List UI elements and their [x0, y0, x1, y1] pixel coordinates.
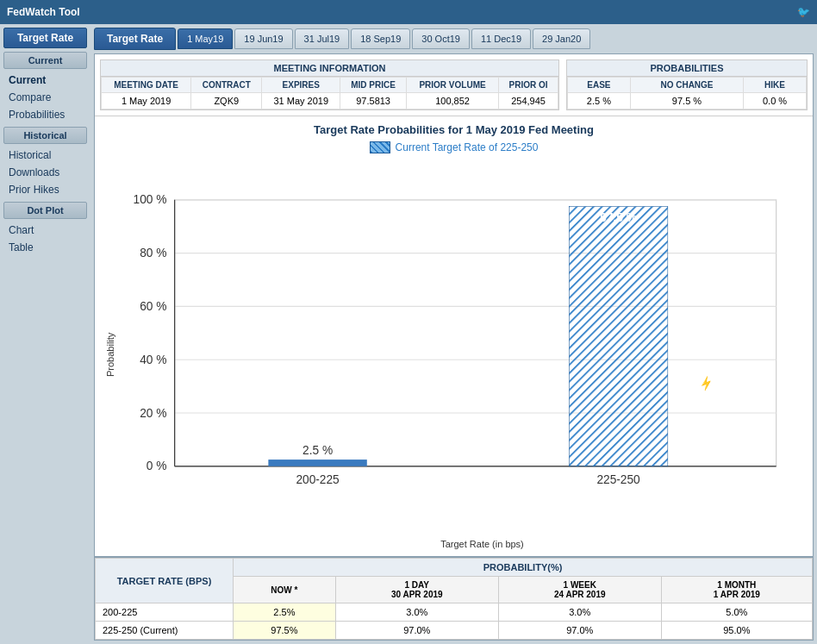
chart-wrapper: Probability — [102, 160, 806, 549]
cell-1week-225-250: 97.0% — [498, 622, 661, 640]
tab-18sep19[interactable]: 18 Sep19 — [351, 28, 410, 49]
svg-text:200-225: 200-225 — [296, 473, 340, 486]
chart-legend: Current Target Rate of 225-250 — [370, 141, 539, 153]
cell-ease: 2.5 % — [568, 93, 631, 109]
legend-pattern-icon — [370, 141, 390, 153]
col-prior-oi: PRIOR OI — [499, 78, 558, 93]
col-prior-volume: PRIOR VOLUME — [406, 78, 498, 93]
cell-now-200-225: 2.5% — [234, 603, 336, 622]
col-1week: 1 WEEK24 APR 2019 — [498, 577, 661, 603]
dot-plot-section-header: Dot Plot — [3, 202, 87, 219]
title-bar: FedWatch Tool 🐦 — [0, 0, 817, 24]
cell-prior-oi: 254,945 — [499, 93, 558, 109]
col-contract: CONTRACT — [191, 78, 262, 93]
probabilities-header: PROBABILITIES — [567, 60, 807, 77]
col-mid-price: MID PRICE — [340, 78, 407, 93]
cell-no-change: 97.5 % — [630, 93, 743, 109]
col-1month: 1 MONTH1 APR 2019 — [661, 577, 812, 603]
svg-text:2.5 %: 2.5 % — [302, 444, 333, 457]
legend-label: Current Target Rate of 225-250 — [396, 141, 539, 153]
tab-30oct19[interactable]: 30 Oct19 — [412, 28, 470, 49]
tab-31jul19[interactable]: 31 Jul19 — [295, 28, 350, 49]
chart-svg: 100 % 80 % 60 % 40 % 20 % 0 % — [115, 160, 806, 535]
svg-rect-17 — [569, 207, 667, 466]
svg-rect-15 — [268, 460, 366, 466]
probabilities-row: 2.5 % 97.5 % 0.0 % — [568, 93, 807, 109]
meeting-info-box: MEETING INFORMATION MEETING DATE CONTRAC… — [100, 59, 559, 110]
tab-1may19[interactable]: 1 May19 — [178, 28, 233, 49]
cell-1month-200-225: 5.0% — [661, 603, 812, 622]
col-meeting-date: MEETING DATE — [102, 78, 191, 93]
cell-date: 1 May 2019 — [102, 93, 191, 109]
col-target-rate-header: TARGET RATE (BPS) — [96, 559, 234, 603]
cell-1day-200-225: 3.0% — [335, 603, 498, 622]
x-axis-label: Target Rate (in bps) — [159, 539, 806, 549]
sidebar-item-downloads[interactable]: Downloads — [3, 164, 87, 181]
tab-11dec19[interactable]: 11 Dec19 — [471, 28, 531, 49]
svg-text:80 %: 80 % — [140, 247, 166, 259]
svg-text:225-250: 225-250 — [596, 473, 640, 486]
chart-section: Target Rate Probabilities for 1 May 2019… — [95, 116, 813, 556]
sidebar: Target Rate Current Current Compare Prob… — [0, 24, 90, 644]
sidebar-item-table[interactable]: Table — [3, 239, 87, 256]
tab-19jun19[interactable]: 19 Jun19 — [234, 28, 292, 49]
sidebar-item-prior-hikes[interactable]: Prior Hikes — [3, 181, 87, 198]
bottom-table-section: TARGET RATE (BPS) PROBABILITY(%) NOW * 1… — [95, 556, 813, 640]
meeting-info-row: 1 May 2019 ZQK9 31 May 2019 97.5813 100,… — [102, 93, 558, 109]
svg-text:40 %: 40 % — [140, 353, 166, 366]
sidebar-item-compare[interactable]: Compare — [3, 89, 87, 106]
svg-text:97.5 %: 97.5 % — [600, 211, 637, 224]
table-row: 225-250 (Current) 97.5% 97.0% 97.0% 95.0… — [96, 622, 813, 640]
cell-1month-225-250: 95.0% — [661, 622, 812, 640]
svg-text:60 %: 60 % — [140, 300, 166, 313]
col-no-change: NO CHANGE — [630, 78, 743, 93]
meeting-info-section: MEETING INFORMATION MEETING DATE CONTRAC… — [95, 54, 813, 116]
cell-contract: ZQK9 — [191, 93, 262, 109]
cell-prior-volume: 100,852 — [406, 93, 498, 109]
app-title: FedWatch Tool — [7, 6, 80, 18]
cell-1week-200-225: 3.0% — [498, 603, 661, 622]
table-row: 200-225 2.5% 3.0% 3.0% 5.0% — [96, 603, 813, 622]
cell-expires: 31 May 2019 — [262, 93, 340, 109]
svg-text:0 %: 0 % — [147, 460, 167, 472]
cell-1day-225-250: 97.0% — [335, 622, 498, 640]
twitter-icon: 🐦 — [797, 6, 810, 18]
col-ease: EASE — [568, 78, 631, 93]
meeting-info-table: MEETING DATE CONTRACT EXPIRES MID PRICE … — [101, 77, 558, 109]
svg-rect-0 — [175, 200, 776, 466]
chart-title: Target Rate Probabilities for 1 May 2019… — [314, 123, 594, 136]
cell-mid-price: 97.5813 — [340, 93, 407, 109]
cell-now-225-250: 97.5% — [234, 622, 336, 640]
sidebar-item-probabilities[interactable]: Probabilities — [3, 106, 87, 123]
target-rate-button[interactable]: Target Rate — [3, 28, 87, 48]
col-expires: EXPIRES — [262, 78, 340, 93]
probabilities-table: EASE NO CHANGE HIKE 2.5 % 97.5 % 0.0 % — [567, 77, 807, 109]
svg-text:100 %: 100 % — [134, 193, 167, 206]
sidebar-item-historical[interactable]: Historical — [3, 147, 87, 164]
current-section-header: Current — [3, 52, 87, 69]
bottom-probability-table: TARGET RATE (BPS) PROBABILITY(%) NOW * 1… — [95, 558, 813, 640]
meeting-info-header: MEETING INFORMATION — [101, 60, 558, 77]
tab-29jan20[interactable]: 29 Jan20 — [533, 28, 590, 49]
col-hike: HIKE — [744, 78, 807, 93]
cell-rate-200-225: 200-225 — [96, 603, 234, 622]
sidebar-item-chart[interactable]: Chart — [3, 222, 87, 239]
svg-text:20 %: 20 % — [140, 407, 166, 420]
content-area: Target Rate 1 May19 19 Jun19 31 Jul19 18… — [90, 24, 817, 644]
col-1day: 1 DAY30 APR 2019 — [335, 577, 498, 603]
y-axis-label: Probability — [102, 160, 115, 549]
sidebar-item-current[interactable]: Current — [3, 72, 87, 89]
cell-rate-225-250: 225-250 (Current) — [96, 622, 234, 640]
tab-target-rate[interactable]: Target Rate — [94, 28, 176, 50]
historical-section-header: Historical — [3, 127, 87, 144]
probabilities-box: PROBABILITIES EASE NO CHANGE HIKE 2.5 % — [566, 59, 808, 110]
cell-hike: 0.0 % — [744, 93, 807, 109]
col-probability-header: PROBABILITY(%) — [234, 559, 813, 577]
col-now: NOW * — [234, 577, 336, 603]
tabs-bar: Target Rate 1 May19 19 Jun19 31 Jul19 18… — [94, 28, 814, 50]
main-panel: MEETING INFORMATION MEETING DATE CONTRAC… — [94, 53, 814, 641]
